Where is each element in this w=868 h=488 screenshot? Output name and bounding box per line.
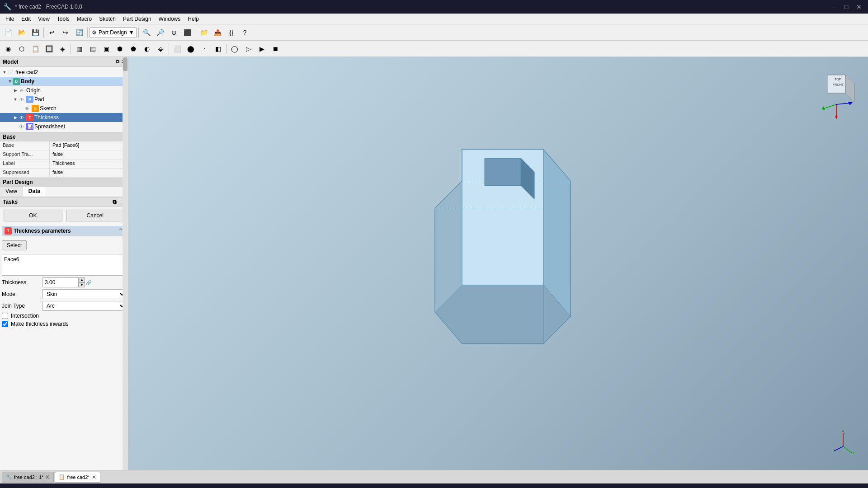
tb2-btn17[interactable]: ◯ — [228, 42, 241, 55]
viewport[interactable]: FRONT TOP Z Y — [128, 57, 868, 470]
tasks-float-btn[interactable]: ⧉ — [113, 199, 117, 205]
tb2-btn5[interactable]: ◈ — [56, 42, 69, 55]
toolbar-code[interactable]: {} — [225, 26, 238, 39]
menu-item-file[interactable]: File — [2, 15, 18, 23]
cancel-button[interactable]: Cancel — [66, 210, 125, 221]
tree-body[interactable]: ▼ B Body — [0, 77, 128, 86]
toolbar-new[interactable]: 📄 — [2, 26, 14, 39]
toolbar-refresh[interactable]: 🔄 — [73, 26, 85, 39]
tb2-btn9[interactable]: ⬢ — [113, 42, 126, 55]
tab-freecad2[interactable]: 📋 free cad2* ✕ — [55, 472, 100, 483]
thickness-input[interactable] — [42, 277, 79, 287]
origin-icon: ⊕ — [18, 87, 25, 94]
menu-item-part design[interactable]: Part Design — [119, 15, 155, 23]
thickness-icon: T — [26, 114, 33, 121]
toolbar-folder[interactable]: 📁 — [198, 26, 211, 39]
tree-sketch[interactable]: 👁 S Sketch — [0, 104, 128, 113]
tree-spreadsheet-label: Spreadsheet — [34, 123, 65, 130]
toolbar-zoom-out[interactable]: 🔎 — [154, 26, 167, 39]
tree-origin[interactable]: ▶ ⊕ Origin — [0, 86, 128, 95]
tree-body-arrow: ▼ — [7, 79, 13, 84]
make-inwards-checkbox[interactable] — [2, 321, 8, 327]
prop-base-val: Pad [Face6] — [50, 141, 128, 150]
menu-item-help[interactable]: Help — [184, 15, 203, 23]
tb2-btn10[interactable]: ⬟ — [127, 42, 140, 55]
toolbar-export[interactable]: 📤 — [212, 26, 224, 39]
menu-item-windows[interactable]: Windows — [155, 15, 184, 23]
select-button[interactable]: Select — [2, 240, 27, 250]
prop-base: Base Pad [Face6] — [0, 141, 128, 150]
menu-item-macro[interactable]: Macro — [73, 15, 95, 23]
navigation-cube[interactable]: FRONT TOP — [814, 66, 859, 111]
toolbar-redo[interactable]: ↪ — [59, 26, 72, 39]
thickness-spin-down[interactable]: ▼ — [79, 282, 85, 287]
tb2-btn6[interactable]: ▦ — [73, 42, 85, 55]
params-header-left: T Thickness parameters — [5, 227, 71, 235]
window-title: * free cad2 - FreeCAD 1.0.0 — [15, 4, 82, 10]
tb2-btn15[interactable]: ⬝ — [198, 42, 211, 55]
thickness-param-icon: T — [5, 227, 12, 235]
join-type-row: Join Type Arc Intersection Bypass — [2, 301, 126, 311]
section-partdesign-label: Part Design — [3, 179, 33, 185]
minimize-button[interactable]: ─ — [828, 3, 839, 11]
tree-thickness[interactable]: ▶ 👁 T Thickness — [0, 113, 128, 122]
toolbar-fit-all[interactable]: ⊙ — [168, 26, 180, 39]
tb2-btn19[interactable]: ▶ — [255, 42, 268, 55]
scroll-thumb[interactable] — [123, 57, 127, 71]
left-panel: Model ⧉ ✕ ▼ 📄 free cad2 ▼ B Body — [0, 57, 128, 470]
tb2-btn13[interactable]: ⬜ — [171, 42, 184, 55]
menu-item-view[interactable]: View — [34, 15, 53, 23]
prop-suppressed-val: false — [50, 169, 128, 177]
tab1-close[interactable]: ✕ — [45, 474, 50, 480]
tb2-btn14[interactable]: ⬤ — [184, 42, 197, 55]
menu-item-sketch[interactable]: Sketch — [95, 15, 119, 23]
tb2-btn4[interactable]: 🔲 — [42, 42, 55, 55]
tb2-btn12[interactable]: ⬙ — [154, 42, 167, 55]
tree-origin-label: Origin — [26, 87, 41, 94]
tab-freecad1[interactable]: 🔧 free cad2 : 1* ✕ — [2, 472, 54, 483]
tb2-btn11[interactable]: ◐ — [141, 42, 153, 55]
tab2-close[interactable]: ✕ — [92, 474, 96, 480]
tb2-btn16[interactable]: ◧ — [212, 42, 224, 55]
toolbar-zoom-in[interactable]: 🔍 — [141, 26, 153, 39]
tree-spreadsheet[interactable]: 👁 📊 Spreadsheet — [0, 122, 128, 131]
mode-label: Mode — [2, 291, 42, 297]
intersection-checkbox[interactable] — [2, 313, 8, 319]
svg-line-34 — [834, 446, 843, 451]
tb2-btn18[interactable]: ▷ — [242, 42, 255, 55]
view-tab[interactable]: View — [0, 187, 23, 197]
toolbar-save[interactable]: 💾 — [29, 26, 42, 39]
freecad-icon: 📄 — [7, 69, 14, 76]
toolbar-undo[interactable]: ↩ — [46, 26, 58, 39]
toolbar-help[interactable]: ? — [239, 26, 251, 39]
svg-line-28 — [836, 103, 851, 104]
tree-pad[interactable]: ▼ 👁 P Pad — [0, 95, 128, 104]
tb2-btn1[interactable]: ◉ — [2, 42, 14, 55]
tb2-btn20[interactable]: ⏹ — [269, 42, 282, 55]
model-float-btn[interactable]: ⧉ — [116, 59, 119, 65]
data-tab[interactable]: Data — [23, 187, 46, 197]
tb2-btn3[interactable]: 📋 — [29, 42, 42, 55]
thickness-spin-buttons: ▲ ▼ — [79, 277, 85, 287]
tb2-btn8[interactable]: ▣ — [100, 42, 113, 55]
menu-item-tools[interactable]: Tools — [53, 15, 73, 23]
view-data-tabs: View Data — [0, 187, 128, 197]
maximize-button[interactable]: □ — [841, 3, 852, 11]
thickness-spinbox: ▲ ▼ — [42, 277, 85, 287]
workbench-dropdown[interactable]: ⚙ Part Design ▼ — [90, 27, 137, 38]
close-button[interactable]: ✕ — [854, 3, 864, 11]
tree-root[interactable]: ▼ 📄 free cad2 — [0, 68, 128, 77]
tb2-btn2[interactable]: ⬡ — [15, 42, 28, 55]
join-type-select[interactable]: Arc Intersection Bypass — [42, 301, 126, 311]
thickness-spin-up[interactable]: ▲ — [79, 277, 85, 282]
tb2-btn7[interactable]: ▤ — [86, 42, 99, 55]
prop-label-val: Thickness — [50, 160, 128, 168]
model-tree: ▼ 📄 free cad2 ▼ B Body ▶ ⊕ Origin ▼ — [0, 67, 128, 132]
mode-select[interactable]: Skin Pipe RectoVerso — [42, 289, 126, 299]
toolbar-box-select[interactable]: ⬛ — [181, 26, 194, 39]
menu-item-edit[interactable]: Edit — [18, 15, 34, 23]
toolbar-open[interactable]: 📂 — [15, 26, 28, 39]
left-panel-scrollbar[interactable] — [123, 57, 128, 470]
ok-button[interactable]: OK — [4, 210, 62, 221]
bottom-area: 🔧 free cad2 : 1* ✕ 📋 free cad2* ✕ ⚙ ⬛ 0 … — [0, 470, 868, 488]
